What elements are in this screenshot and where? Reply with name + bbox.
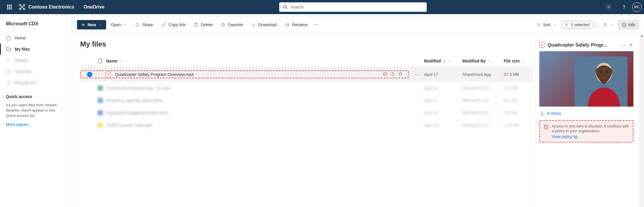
svg-point-7 [7,59,9,60]
delete-button[interactable]: Delete [190,20,216,29]
table-row[interactable]: Employee Engagement Plan.docx April 13 M… [80,107,533,119]
video-file-icon [539,42,545,48]
rename-button[interactable]: Rename [281,20,311,29]
info-button[interactable]: Info [618,20,639,29]
app-name[interactable]: OneDrive [84,4,105,10]
chevron-down-icon [553,23,556,27]
help-button[interactable] [617,0,631,14]
search-box[interactable] [279,2,427,12]
close-button[interactable] [629,42,633,48]
download-button[interactable]: Download [248,20,280,29]
svg-point-11 [318,24,319,25]
col-size-header[interactable]: File size [504,59,533,63]
chevron-down-icon [610,23,613,27]
row-checkbox[interactable] [87,72,92,77]
gear-icon [606,4,612,10]
copy-link-button[interactable]: Copy link [158,20,189,29]
col-modified-header[interactable]: Modified [424,59,462,63]
col-modified-by-header[interactable]: Modified By [462,59,504,63]
open-button[interactable]: Open [107,20,130,29]
table-row[interactable]: Proposed_agenda_topics.docx April 13 Mic… [80,94,533,107]
star-icon[interactable] [398,72,403,77]
open-label: Open [111,22,121,27]
folder-icon [6,47,11,52]
thumbnail-image [574,57,627,107]
people-icon [6,58,11,63]
cell-modified: April 17 [424,72,462,77]
scroll-up-arrow[interactable]: ▴ [639,33,644,38]
page-title: My files [80,40,533,48]
views-link[interactable]: 8 Views [547,111,561,116]
star-icon [6,69,11,74]
col-name-header[interactable]: Name [106,59,424,63]
nav-label: Favorites [15,69,32,74]
nav-label: Recycle bin [15,80,36,85]
brand-link[interactable]: Contoso Electronics [19,4,74,10]
search-icon [283,4,288,10]
delete-label: Delete [201,22,213,27]
favorite-label: Favorite [228,22,243,27]
main-content: New Open Share Copy link Delete Favo [72,14,644,207]
block-icon[interactable] [383,72,387,77]
file-icon [98,58,103,64]
details-more-button[interactable]: ⋯ [620,42,626,48]
settings-button[interactable] [602,0,616,14]
share-icon[interactable] [390,72,395,77]
table-row[interactable]: Quadcopter Safety Program Overview.mp4 ⋯… [80,67,533,82]
file-name[interactable]: Quadcopter Safety Program Overview.mp4 [115,72,194,77]
link-icon [161,22,166,27]
selected-count-pill[interactable]: 1 selected [561,21,594,29]
row-more-actions[interactable]: ⋯ [415,71,420,78]
download-icon [251,22,256,27]
share-button[interactable]: Share [132,20,157,29]
policy-text: Access to this item is blocked. It confl… [552,124,629,133]
suite-header: Contoso Electronics OneDrive MC [0,0,644,14]
table-row[interactable]: X1050 Launch Team.pbix April 13 Microsof… [80,119,533,131]
video-file-icon [106,72,111,77]
search-input[interactable] [290,5,423,9]
svg-point-10 [316,24,317,25]
favorite-button[interactable]: Favorite [217,20,247,29]
cell-modified-by: SharePoint App [462,72,504,77]
svg-point-2 [19,8,21,10]
sort-label: Sort [543,22,551,27]
quick-access-section: Quick access As you open files from shar… [0,88,72,127]
more-commands-button[interactable] [312,20,321,30]
video-thumbnail[interactable] [539,51,633,107]
nav-shared[interactable]: Shared [0,55,72,66]
details-panel: Quadcopter Safety Progr... ⋯ [535,39,636,203]
svg-point-6 [624,8,624,9]
svg-point-16 [600,71,602,73]
nav-favorites[interactable]: Favorites [0,66,72,77]
cell-size: 37.3 MB [504,72,533,77]
new-button[interactable]: New [77,20,106,29]
trash-icon [194,22,198,27]
svg-point-17 [606,71,608,73]
chevron-down-icon [521,59,525,63]
close-icon [564,23,569,27]
nav-home[interactable]: Home [0,32,72,44]
account-avatar[interactable]: MC [632,2,642,12]
chevron-down-icon [98,23,102,27]
chevron-down-icon [123,23,127,27]
download-label: Download [258,22,277,27]
waffle-icon [7,5,12,9]
more-places-link[interactable]: More places... [6,122,66,127]
policy-link[interactable]: View policy tip [552,134,629,139]
chevron-down-icon [487,59,491,63]
table-row[interactable]: Contoso Purchasing Data - Q1.xlsx April … [80,82,533,94]
nav-recycle-bin[interactable]: Recycle bin [0,77,72,88]
file-name: X1050 Launch Team.pbix [106,123,424,127]
chevron-down-icon [448,59,451,63]
selected-count-label: 1 selected [571,22,590,27]
nav-label: My files [15,47,30,52]
vertical-scrollbar[interactable]: ▴ [639,33,644,207]
quick-access-desc: As you open files from shared libraries,… [6,102,66,119]
file-name: Contoso Purchasing Data - Q1.xlsx [106,86,424,90]
app-launcher[interactable] [2,0,17,14]
star-icon [221,22,226,27]
sort-button[interactable]: Sort [533,20,560,29]
view-switcher-button[interactable] [599,20,617,29]
nav-my-files[interactable]: My files [0,44,72,55]
quick-access-title: Quick access [6,94,66,99]
